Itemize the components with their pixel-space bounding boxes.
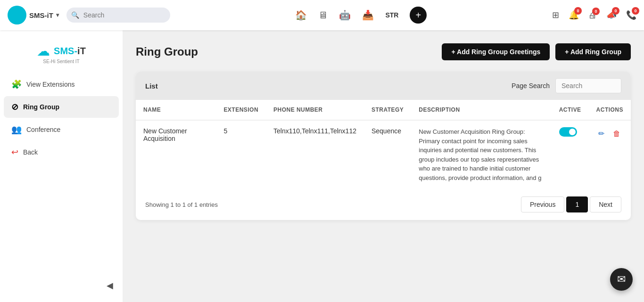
card-header: List Page Search — [136, 72, 631, 100]
bell-icon[interactable]: 🔔 0 — [569, 10, 579, 20]
page-search-label: Page Search — [512, 82, 550, 90]
sidebar-label-ring-group: Ring Group — [23, 103, 59, 111]
table-wrap: NAME EXTENSION PHONE NUMBER STRATEGY DES… — [136, 100, 631, 189]
previous-button[interactable]: Previous — [521, 196, 564, 212]
sidebar-item-view-extensions[interactable]: 🧩 View Extensions — [4, 73, 119, 95]
top-search-wrap: 🔍 — [66, 8, 170, 23]
grid-icon[interactable]: ⊞ — [552, 10, 559, 20]
ring-group-table: NAME EXTENSION PHONE NUMBER STRATEGY DES… — [136, 100, 631, 189]
back-icon: ↩ — [11, 147, 18, 157]
cell-strategy: Sequence — [364, 120, 411, 189]
cell-description: New Customer Acquisition Ring Group: Pri… — [411, 120, 551, 189]
table-header-row: NAME EXTENSION PHONE NUMBER STRATEGY DES… — [136, 100, 631, 120]
bell-badge: 0 — [574, 7, 582, 15]
brand-logo[interactable]: SMS-iT ▾ — [8, 6, 59, 24]
page-search-wrap: Page Search — [512, 78, 621, 93]
pagination-buttons: Previous 1 Next — [521, 196, 621, 212]
content-card: List Page Search NAME EXTENSION PHONE NU… — [136, 72, 631, 220]
col-actions: ACTIONS — [589, 100, 631, 120]
ring-group-icon: ⊘ — [11, 102, 18, 112]
sidebar-brand-sub: SE-Hi Sentient IT — [43, 59, 79, 64]
puzzle-icon: 🧩 — [11, 79, 22, 90]
sidebar-item-back[interactable]: ↩ Back — [4, 141, 119, 163]
next-button[interactable]: Next — [590, 196, 621, 212]
actions-cell: ✏ 🗑 — [596, 127, 623, 140]
add-button[interactable]: + — [410, 7, 427, 24]
sidebar-logo: ☁ SMS-iT SE-Hi Sentient IT — [0, 38, 123, 73]
sidebar-nav: 🧩 View Extensions ⊘ Ring Group 👥 Confere… — [0, 73, 123, 277]
cell-name: New Customer Acquisition — [136, 120, 216, 189]
header-buttons: + Add Ring Group Greetings + Add Ring Gr… — [442, 43, 631, 60]
list-label: List — [145, 82, 158, 90]
col-description: DESCRIPTION — [411, 100, 551, 120]
megaphone-badge: 0 — [612, 7, 619, 15]
sidebar-brand-text: SMS-iT — [54, 46, 86, 57]
main-content: Ring Group + Add Ring Group Greetings + … — [123, 30, 644, 302]
phone-icon[interactable]: 📞 0 — [626, 10, 636, 20]
toggle-slider — [559, 127, 577, 137]
sidebar-label-back: Back — [23, 148, 38, 156]
col-strategy: STRATEGY — [364, 100, 411, 120]
cell-active — [552, 120, 589, 189]
cloud-icon: ☁ — [37, 43, 50, 59]
col-phone-number: PHONE NUMBER — [266, 100, 364, 120]
brand-dropdown-icon[interactable]: ▾ — [56, 12, 59, 18]
sidebar-label-view-extensions: View Extensions — [26, 81, 74, 88]
add-ring-group-button[interactable]: + Add Ring Group — [555, 43, 631, 60]
page-search-input[interactable] — [555, 78, 621, 93]
printer-icon[interactable]: 🖨 0 — [588, 10, 597, 20]
top-navigation: SMS-iT ▾ 🔍 🏠 🖥 🤖 📥 STR + ⊞ 🔔 0 🖨 0 📣 0 📞… — [0, 0, 644, 30]
printer-badge: 0 — [592, 8, 600, 15]
sidebar-item-ring-group[interactable]: ⊘ Ring Group — [4, 96, 119, 118]
delete-button[interactable]: 🗑 — [611, 128, 622, 140]
col-name: NAME — [136, 100, 216, 120]
sidebar-label-conference: Conference — [26, 126, 60, 133]
nav-center-icons: 🏠 🖥 🤖 📥 STR + — [178, 7, 545, 24]
sidebar-item-conference[interactable]: 👥 Conference — [4, 119, 119, 140]
table-row: New Customer Acquisition 5 Telnx110,Teln… — [136, 120, 631, 189]
nav-right-icons: ⊞ 🔔 0 🖨 0 📣 0 📞 0 — [552, 10, 636, 20]
edit-button[interactable]: ✏ — [596, 127, 606, 140]
cell-extension: 5 — [216, 120, 266, 189]
pagination-info: Showing 1 to 1 of 1 entries — [145, 201, 218, 208]
monitor-icon[interactable]: 🖥 — [318, 10, 328, 21]
str-label: STR — [385, 11, 398, 19]
chat-fab-button[interactable]: ✉ — [610, 268, 633, 291]
brand-circle — [8, 6, 26, 24]
brand-name: SMS-iT — [29, 11, 53, 19]
home-icon[interactable]: 🏠 — [295, 9, 307, 21]
people-icon: 👥 — [11, 124, 22, 135]
search-icon: 🔍 — [71, 11, 79, 19]
pagination-row: Showing 1 to 1 of 1 entries Previous 1 N… — [136, 189, 631, 220]
sidebar-logo-img: ☁ SMS-iT — [37, 43, 86, 59]
inbox-icon[interactable]: 📥 — [362, 9, 374, 21]
cell-phone-number: Telnx110,Telnx111,Telnx112 — [266, 120, 364, 189]
app-layout: ☁ SMS-iT SE-Hi Sentient IT 🧩 View Extens… — [0, 30, 644, 302]
page-1-button[interactable]: 1 — [566, 196, 588, 212]
megaphone-icon[interactable]: 📣 0 — [606, 10, 617, 20]
col-active: ACTIVE — [552, 100, 589, 120]
sidebar: ☁ SMS-iT SE-Hi Sentient IT 🧩 View Extens… — [0, 30, 123, 302]
page-header: Ring Group + Add Ring Group Greetings + … — [136, 43, 631, 60]
col-extension: EXTENSION — [216, 100, 266, 120]
cell-actions: ✏ 🗑 — [589, 120, 631, 189]
phone-badge: 0 — [632, 7, 639, 15]
collapse-sidebar-button[interactable]: ◀ — [103, 277, 117, 294]
page-title: Ring Group — [136, 45, 198, 58]
add-ring-group-greetings-button[interactable]: + Add Ring Group Greetings — [442, 43, 550, 60]
robot-icon[interactable]: 🤖 — [339, 9, 351, 21]
top-search-input[interactable] — [66, 8, 170, 23]
active-toggle[interactable] — [559, 127, 577, 137]
